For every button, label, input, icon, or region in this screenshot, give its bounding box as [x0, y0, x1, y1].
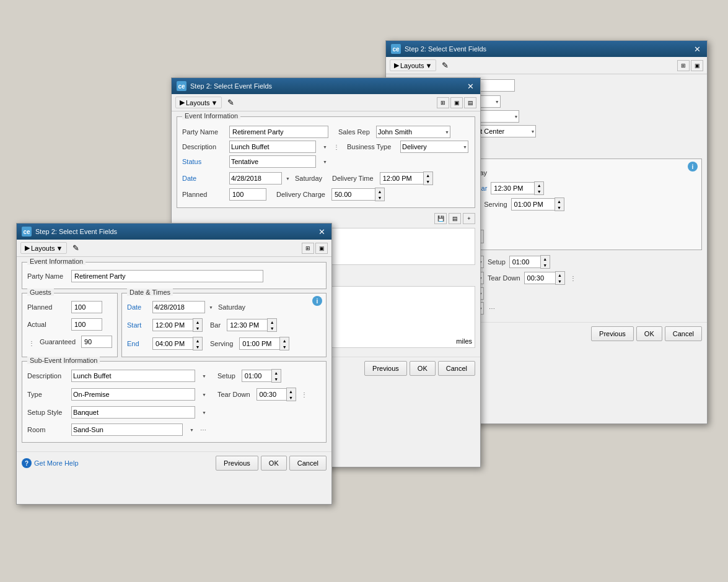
- grid-icon3-middle[interactable]: ▤: [464, 97, 476, 108]
- table-icon-middle[interactable]: ▤: [449, 213, 461, 224]
- dots-btn3-back[interactable]: ⋯: [488, 304, 496, 313]
- actual-input-front[interactable]: [71, 318, 102, 331]
- room-label-front: Room: [27, 426, 68, 433]
- title-bar-middle[interactable]: ce Step 2: Select Event Fields ✕: [172, 78, 480, 94]
- delivery-charge-input-middle[interactable]: [331, 188, 375, 201]
- ok-button-front[interactable]: OK: [261, 456, 287, 471]
- teardown-dots-front[interactable]: ⋮: [300, 390, 309, 399]
- end-input-front[interactable]: [152, 337, 193, 350]
- setup-down-front[interactable]: ▼: [272, 376, 281, 382]
- close-button-back[interactable]: ✕: [693, 45, 702, 53]
- guests-dots-front[interactable]: ⋮: [27, 339, 36, 348]
- delivery-time-input-middle[interactable]: [380, 172, 423, 185]
- bar-down-back[interactable]: ▼: [535, 188, 543, 194]
- desc-select-front[interactable]: Lunch Buffet: [71, 370, 195, 382]
- grid-icon2-middle[interactable]: ▣: [450, 97, 463, 108]
- desc-dots-middle[interactable]: ⋮: [332, 142, 341, 152]
- grid-icon2-front[interactable]: ▣: [315, 243, 328, 254]
- setup-style-select-front[interactable]: Banquet: [71, 406, 195, 419]
- room-dots-front[interactable]: ⋯: [199, 425, 208, 435]
- bar-up-front[interactable]: ▲: [268, 319, 276, 325]
- grid-icon1-front[interactable]: ⊞: [302, 243, 314, 254]
- planned-input-front[interactable]: [71, 301, 102, 313]
- setup-input-back[interactable]: [509, 256, 540, 268]
- teardown-down-front[interactable]: ▼: [287, 394, 296, 401]
- edit-button-middle[interactable]: ✎: [224, 96, 237, 109]
- cancel-button-front[interactable]: Cancel: [289, 456, 327, 471]
- teardown-input-back[interactable]: [524, 272, 555, 284]
- setup-up-back[interactable]: ▲: [541, 256, 550, 262]
- title-bar-front[interactable]: ce Step 2: Select Event Fields ✕: [17, 224, 331, 240]
- teardown-down-back[interactable]: ▼: [556, 278, 564, 284]
- serving-down-back[interactable]: ▼: [555, 204, 564, 211]
- layouts-button-back[interactable]: ▶ Layouts ▼: [390, 59, 436, 71]
- teardown-up-back[interactable]: ▲: [556, 272, 564, 278]
- cancel-button-back[interactable]: Cancel: [665, 326, 702, 341]
- help-link-front[interactable]: ? Get More Help: [22, 458, 79, 468]
- teardown-up-front[interactable]: ▲: [287, 388, 296, 394]
- bar-down-front[interactable]: ▼: [268, 325, 276, 331]
- business-type-select-middle[interactable]: Delivery: [400, 141, 468, 153]
- start-up-front[interactable]: ▲: [193, 319, 202, 325]
- start-input-front[interactable]: [152, 319, 193, 331]
- close-button-front[interactable]: ✕: [317, 228, 327, 236]
- previous-button-back[interactable]: Previous: [591, 326, 634, 341]
- planned-input-middle[interactable]: [229, 188, 266, 201]
- title-bar-back[interactable]: ce Step 2: Select Event Fields ✕: [386, 41, 707, 57]
- teardown-input-front[interactable]: [257, 388, 286, 401]
- previous-button-front[interactable]: Previous: [216, 456, 258, 471]
- party-name-input-front[interactable]: [71, 270, 263, 282]
- layouts-label-middle: Layouts: [186, 99, 210, 106]
- party-name-input-middle[interactable]: [229, 126, 328, 138]
- guaranteed-input-front[interactable]: [81, 336, 112, 348]
- miles-label-middle: miles: [456, 337, 472, 345]
- event-info-section-middle: Event Information Party Name Sales Rep J…: [177, 116, 475, 208]
- sales-rep-select-middle[interactable]: John Smith: [376, 126, 450, 138]
- edit-button-front[interactable]: ✎: [69, 241, 82, 254]
- cancel-button-middle[interactable]: Cancel: [438, 361, 475, 376]
- info-icon-front[interactable]: i: [312, 296, 322, 306]
- grid-icon1-middle[interactable]: ⊞: [437, 97, 449, 108]
- edit-button-back[interactable]: ✎: [439, 59, 452, 72]
- room-select-front[interactable]: Sand-Sun: [71, 423, 183, 436]
- serving-input-back[interactable]: [511, 198, 555, 211]
- serving-down-front[interactable]: ▼: [280, 344, 289, 350]
- ok-button-back[interactable]: OK: [636, 326, 662, 341]
- date-select-middle[interactable]: 4/28/2018: [229, 172, 282, 185]
- setup-up-front[interactable]: ▲: [272, 370, 281, 376]
- bar-input-back[interactable]: [491, 182, 534, 194]
- grid-icon2-back[interactable]: ▣: [691, 60, 703, 71]
- type-select-front[interactable]: On-Premise: [71, 388, 195, 401]
- setup-down-back[interactable]: ▼: [541, 262, 550, 268]
- start-down-front[interactable]: ▼: [193, 325, 202, 331]
- end-down-front[interactable]: ▼: [193, 344, 202, 350]
- serving-up-front[interactable]: ▲: [280, 337, 289, 344]
- info-icon-back[interactable]: i: [688, 162, 698, 172]
- date-select-front[interactable]: 4/28/2018: [152, 301, 205, 313]
- setup-input-front[interactable]: [242, 370, 271, 382]
- layouts-button-middle[interactable]: ▶ Layouts ▼: [175, 97, 222, 108]
- bar-input-front[interactable]: [227, 319, 267, 331]
- dc-up-middle[interactable]: ▲: [375, 188, 384, 194]
- end-up-front[interactable]: ▲: [193, 337, 202, 344]
- sales-rep-label-middle: Sales Rep: [338, 128, 372, 136]
- save-icon-middle[interactable]: 💾: [434, 213, 447, 224]
- layouts-button-front[interactable]: ▶ Layouts ▼: [20, 242, 67, 254]
- add-icon-middle[interactable]: +: [463, 213, 475, 224]
- sub-event-label-front: Sub-Event Information: [27, 357, 100, 364]
- dc-down-middle[interactable]: ▼: [375, 194, 384, 201]
- description-select-middle[interactable]: Lunch Buffet: [229, 141, 316, 153]
- dt-down-middle[interactable]: ▼: [424, 178, 432, 185]
- previous-button-middle[interactable]: Previous: [364, 361, 407, 376]
- close-button-middle[interactable]: ✕: [466, 82, 475, 90]
- dots-btn2-back[interactable]: ⋮: [569, 274, 577, 283]
- description-label-middle: Description: [182, 143, 226, 150]
- ok-button-middle[interactable]: OK: [410, 361, 436, 376]
- serving-up-back[interactable]: ▲: [555, 198, 564, 204]
- bar-up-back[interactable]: ▲: [535, 182, 543, 188]
- grid-icon1-back[interactable]: ⊞: [677, 60, 690, 71]
- grid-icons-middle: ⊞ ▣ ▤: [437, 97, 476, 108]
- serving-input-front[interactable]: [239, 337, 279, 350]
- dt-up-middle[interactable]: ▲: [424, 172, 432, 178]
- status-select-middle[interactable]: Tentative: [229, 155, 316, 168]
